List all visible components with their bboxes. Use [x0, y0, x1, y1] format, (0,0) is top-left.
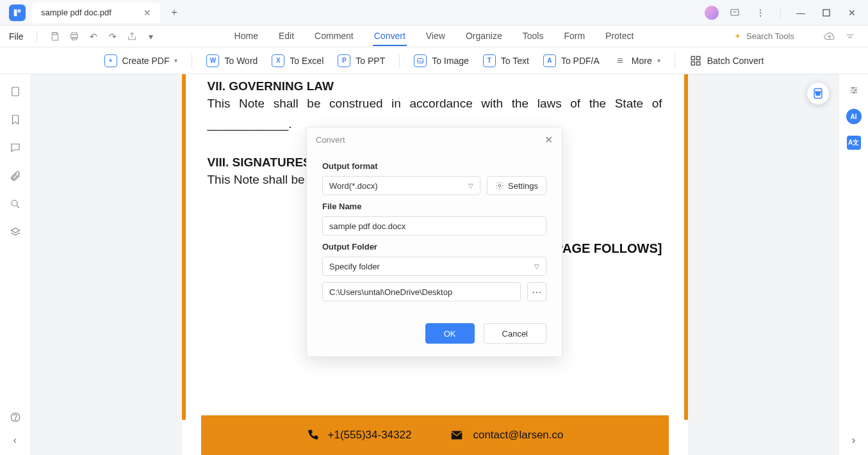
search-icon[interactable]	[8, 197, 22, 211]
email-icon	[450, 428, 464, 442]
ok-button[interactable]: OK	[425, 323, 475, 344]
thumbnails-icon[interactable]	[8, 84, 22, 99]
label: To PDF/A	[561, 56, 600, 66]
svg-rect-11	[691, 61, 694, 65]
svg-rect-4	[53, 33, 56, 35]
page-footer: +1(555)34-34322 contact@larsen.co	[201, 415, 669, 455]
right-sidebar: AI A文 ›	[839, 74, 868, 455]
browse-folder-button[interactable]: ⋯	[527, 282, 546, 301]
to-ppt-button[interactable]: PTo PPT	[338, 54, 385, 67]
sparkle-icon: ✦	[734, 31, 741, 41]
more-button[interactable]: ≡More▾	[614, 54, 660, 67]
tab-form[interactable]: Form	[562, 27, 586, 46]
svg-rect-10	[696, 56, 700, 60]
close-window-button[interactable]: ✕	[842, 3, 862, 22]
svg-rect-2	[731, 9, 739, 15]
main-tabs: Home Edit Comment Convert View Organize …	[233, 27, 635, 46]
tab-comment[interactable]: Comment	[313, 27, 355, 46]
to-text-button[interactable]: TTo Text	[483, 54, 529, 67]
label: To Image	[432, 56, 469, 66]
label: Batch Convert	[707, 56, 764, 66]
comments-icon[interactable]	[8, 141, 22, 155]
separator	[192, 54, 192, 68]
convert-dialog: Convert ✕ Output format Word(*.docx) ▽ S…	[306, 127, 562, 357]
svg-rect-3	[823, 10, 830, 16]
tab-view[interactable]: View	[425, 27, 446, 46]
svg-text:W: W	[815, 90, 821, 97]
settings-button[interactable]: Settings	[487, 176, 546, 195]
output-folder-mode-select[interactable]: Specify folder ▽	[322, 257, 546, 276]
output-folder-mode-value: Specify folder	[329, 262, 380, 271]
file-name-value: sample pdf doc.docx	[329, 221, 405, 231]
new-tab-button[interactable]: ＋	[165, 4, 183, 22]
share-icon[interactable]	[124, 29, 140, 44]
to-word-button[interactable]: WTo Word	[206, 54, 258, 67]
file-name-input[interactable]: sample pdf doc.docx	[322, 216, 546, 235]
document-tab[interactable]: sample pdf doc.pdf ✕	[32, 3, 160, 23]
tab-home[interactable]: Home	[233, 27, 259, 46]
svg-point-18	[852, 87, 853, 88]
batch-convert-button[interactable]: Batch Convert	[689, 54, 764, 67]
to-excel-button[interactable]: XTo Excel	[272, 54, 323, 67]
properties-icon[interactable]	[847, 83, 861, 97]
svg-rect-0	[14, 9, 17, 16]
search-tools-input[interactable]	[746, 31, 817, 41]
label: To Text	[501, 56, 529, 66]
label: To Word	[224, 56, 258, 66]
maximize-button[interactable]	[817, 3, 836, 22]
tab-convert[interactable]: Convert	[373, 27, 407, 46]
user-avatar[interactable]	[705, 6, 719, 20]
tab-edit[interactable]: Edit	[277, 27, 295, 46]
create-pdf-button[interactable]: +Create PDF▾	[104, 54, 178, 67]
chevron-down-icon: ▽	[534, 263, 539, 270]
svg-point-16	[15, 419, 15, 420]
svg-point-14	[12, 200, 17, 206]
svg-rect-12	[696, 61, 700, 65]
cloud-upload-icon[interactable]	[822, 29, 837, 44]
tab-tools[interactable]: Tools	[521, 27, 545, 46]
tab-organize[interactable]: Organize	[464, 27, 504, 46]
convert-ribbon: +Create PDF▾ WTo Word XTo Excel PTo PPT …	[0, 47, 868, 74]
to-pdfa-button[interactable]: ATo PDF/A	[543, 54, 600, 67]
svg-rect-1	[18, 9, 21, 12]
print-icon[interactable]	[67, 29, 82, 44]
menubar: File ↶ ↷ ▾ Home Edit Comment Convert Vie…	[0, 26, 868, 47]
translate-icon[interactable]: A文	[847, 136, 861, 150]
label: To PPT	[356, 56, 385, 66]
collapse-right-icon[interactable]: ›	[847, 433, 861, 447]
to-image-button[interactable]: To Image	[414, 54, 469, 67]
svg-point-20	[853, 92, 854, 93]
svg-point-19	[855, 90, 856, 91]
tab-protect[interactable]: Protect	[604, 27, 635, 46]
heading-7: VII. GOVERNING LAW	[208, 79, 662, 93]
label: Settings	[508, 181, 538, 191]
output-folder-path-value: C:\Users\untal\OneDrive\Desktop	[329, 287, 452, 297]
save-icon[interactable]	[47, 29, 63, 44]
help-icon[interactable]	[8, 410, 22, 424]
redo-icon[interactable]: ↷	[105, 29, 120, 44]
output-folder-path-input[interactable]: C:\Users\untal\OneDrive\Desktop	[322, 282, 521, 301]
collapse-ribbon-icon[interactable]	[842, 29, 858, 44]
file-menu[interactable]: File	[0, 31, 33, 42]
ai-icon[interactable]: AI	[846, 109, 862, 124]
undo-icon[interactable]: ↶	[86, 29, 101, 44]
app-logo	[9, 4, 26, 21]
separator	[37, 31, 37, 42]
output-format-select[interactable]: Word(*.docx) ▽	[322, 176, 480, 195]
minimize-button[interactable]: —	[791, 3, 810, 22]
attachments-icon[interactable]	[8, 169, 22, 183]
chevron-down-icon: ▽	[468, 182, 473, 189]
kebab-menu-icon[interactable]: ⋮	[751, 3, 770, 22]
layers-icon[interactable]	[8, 225, 22, 239]
more-quick-actions[interactable]: ▾	[143, 29, 159, 44]
close-tab-icon[interactable]: ✕	[141, 8, 154, 18]
feedback-icon[interactable]	[725, 3, 744, 22]
cancel-button[interactable]: Cancel	[484, 323, 546, 344]
titlebar: sample pdf doc.pdf ✕ ＋ ⋮ — ✕	[0, 0, 868, 26]
dialog-title: Convert	[316, 135, 345, 145]
dialog-close-button[interactable]: ✕	[545, 134, 553, 146]
bookmarks-icon[interactable]	[8, 113, 22, 127]
output-folder-label: Output Folder	[322, 242, 546, 251]
collapse-left-icon[interactable]: ‹	[8, 433, 22, 447]
float-word-button[interactable]: W	[807, 82, 830, 105]
